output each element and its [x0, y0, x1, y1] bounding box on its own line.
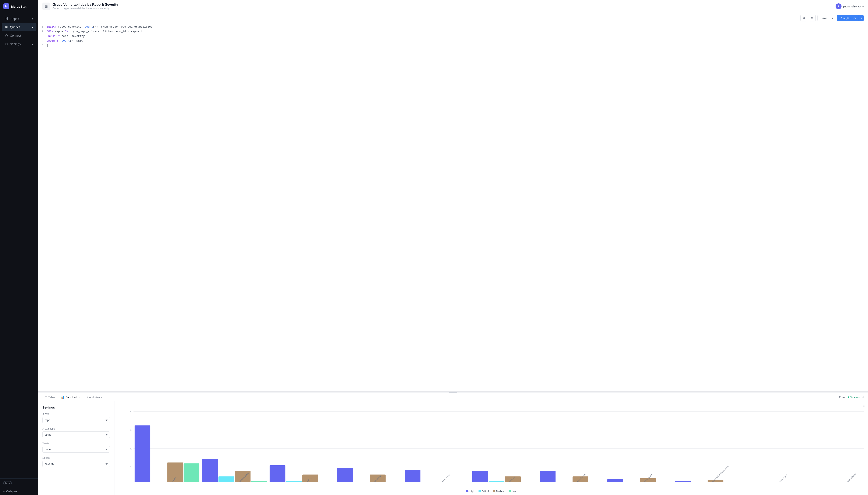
line-number-5: 5: [38, 44, 47, 47]
history-button[interactable]: ↺: [809, 15, 816, 21]
settings-panel: Settings X-axis repo X-axis type string …: [38, 402, 115, 495]
svg-rect-28: [405, 470, 421, 482]
logo-icon: M: [3, 3, 9, 9]
svg-rect-37: [540, 471, 556, 482]
bar-chart-tab-close[interactable]: ✕: [78, 395, 81, 399]
x-axis-select[interactable]: repo: [42, 417, 110, 423]
connect-icon: ⬡: [5, 34, 8, 37]
svg-text:mergestat/innovation-visualisa: mergestat/innovation-visualisations: [707, 465, 729, 482]
save-main-button[interactable]: Save: [818, 15, 830, 21]
sidebar-item-queries[interactable]: ⊞ Queries ▾: [2, 23, 36, 31]
run-main-button[interactable]: Run (⌘ + ↵): [837, 15, 859, 21]
svg-rect-17: [251, 481, 267, 482]
x-axis-type-select[interactable]: string: [42, 431, 110, 438]
svg-rect-19: [270, 465, 285, 482]
y-axis-setting: Y-axis count: [42, 442, 110, 453]
sidebar-item-connect[interactable]: ⬡ Connect: [2, 32, 36, 40]
series-select[interactable]: severity: [42, 461, 110, 467]
svg-rect-24: [337, 468, 353, 482]
legend-low-label: Low: [512, 490, 516, 493]
svg-rect-15: [219, 476, 234, 482]
main-content: ⊞ Grype Vulnerabilities by Repo & Severi…: [38, 0, 868, 495]
editor-line-2: 2 JOIN repos ON grype_repo_vulnerabiliti…: [38, 30, 868, 34]
legend-medium-dot: [493, 490, 495, 492]
line-content-5: |: [47, 44, 48, 47]
success-badge: Success: [848, 396, 860, 399]
topbar-right: P patrickdevivo ▾: [836, 3, 864, 9]
legend-high-dot: [466, 490, 468, 492]
collapse-left-icon: «: [3, 490, 5, 493]
tab-bar-chart[interactable]: 📊 Bar chart ✕: [58, 393, 84, 402]
svg-text:60: 60: [130, 429, 132, 431]
sidebar-connect-label: Connect: [10, 34, 21, 37]
queries-icon: ⊞: [5, 25, 8, 29]
svg-text:20: 20: [130, 466, 132, 468]
add-view-chevron: ▾: [101, 396, 103, 399]
editor-line-4: 4 ORDER BY count(*) DESC: [38, 39, 868, 44]
x-axis-type-label: X-axis type: [42, 427, 110, 430]
x-axis-type-setting: X-axis type string: [42, 427, 110, 438]
line-content-1: SELECT repo, severity, count(*) FROM gry…: [47, 25, 152, 29]
app-logo[interactable]: M MergeStat: [0, 0, 38, 13]
sidebar: M MergeStat 🗄 Repos ▾ ⊞ Queries ▾ ⬡ Conn…: [0, 0, 38, 495]
action-bar: ⚙ ↺ Save ▾ Run (⌘ + ↵) ▾: [38, 13, 868, 23]
save-button-group: Save ▾: [817, 15, 835, 21]
resize-indicator: [449, 392, 457, 393]
execution-time: 11ms: [839, 396, 845, 399]
username: patrickdevivo: [843, 5, 861, 8]
editor-line-1: 1 SELECT repo, severity, count(*) FROM g…: [38, 25, 868, 30]
user-chevron-icon: ▾: [862, 5, 864, 8]
collapse-button[interactable]: « Collapse: [0, 488, 38, 495]
user-info[interactable]: P patrickdevivo ▾: [836, 3, 864, 9]
line-number-2: 2: [38, 30, 47, 33]
repos-chevron-icon: ▾: [32, 18, 33, 20]
svg-text:mergestat/landing-ui: mergestat/landing-ui: [774, 474, 788, 482]
run-button-group: Run (⌘ + ↵) ▾: [837, 15, 864, 21]
svg-rect-12: [184, 463, 200, 482]
line-number-4: 4: [38, 39, 47, 42]
sidebar-queries-label: Queries: [10, 25, 20, 29]
svg-rect-20: [286, 481, 302, 482]
line-number-3: 3: [38, 35, 47, 38]
tab-table[interactable]: ☰ Table: [41, 393, 58, 402]
sidebar-repos-label: Repos: [11, 17, 19, 20]
svg-rect-45: [708, 480, 723, 482]
app-name: MergeStat: [11, 5, 27, 8]
collapse-label: Collapse: [6, 490, 17, 493]
save-dropdown-button[interactable]: ▾: [830, 15, 835, 21]
svg-rect-14: [202, 459, 218, 482]
success-label: Success: [850, 396, 860, 399]
series-setting: Series severity: [42, 457, 110, 467]
table-icon: ☰: [45, 396, 47, 399]
sidebar-item-settings[interactable]: ⚙ Settings ▾: [2, 40, 36, 48]
legend-item-high: High: [466, 490, 474, 493]
tabs-bar: ☰ Table 📊 Bar chart ✕ + Add view ▾ 11ms …: [38, 393, 868, 402]
bar-chart-area: ≡ 020406080mergestat/ui-kitmergestat/blo…: [115, 402, 868, 495]
topbar: ⊞ Grype Vulnerabilities by Repo & Severi…: [38, 0, 868, 13]
bottom-panel: ☰ Table 📊 Bar chart ✕ + Add view ▾ 11ms …: [38, 393, 868, 495]
line-content-4: ORDER BY count(*) DESC: [47, 39, 83, 42]
add-view-button[interactable]: + Add view ▾: [84, 393, 105, 401]
editor-line-5: 5 |: [38, 44, 868, 48]
code-editor[interactable]: 1 SELECT repo, severity, count(*) FROM g…: [38, 23, 868, 392]
expand-icon[interactable]: ⤢: [862, 396, 865, 399]
svg-text:mergestat/go-bitbucket: mergestat/go-bitbucket: [841, 472, 857, 482]
sidebar-item-repos[interactable]: 🗄 Repos ▾: [2, 15, 36, 23]
run-dropdown-button[interactable]: ▾: [859, 15, 864, 21]
bar-chart-tab-icon: 📊: [61, 396, 64, 399]
line-content-3: GROUP BY repo, severity: [47, 35, 85, 38]
beta-section[interactable]: beta: [0, 478, 38, 488]
sidebar-nav: 🗄 Repos ▾ ⊞ Queries ▾ ⬡ Connect ⚙ Settin…: [0, 13, 38, 478]
bar-chart-svg: 020406080mergestat/ui-kitmergestat/block…: [125, 405, 864, 482]
line-number-1: 1: [38, 25, 47, 29]
x-axis-label: X-axis: [42, 413, 110, 415]
settings-gear-button[interactable]: ⚙: [800, 15, 807, 21]
x-axis-setting: X-axis repo: [42, 413, 110, 423]
beta-badge: beta: [3, 481, 12, 485]
y-axis-select[interactable]: count: [42, 446, 110, 453]
svg-rect-10: [135, 426, 150, 482]
resize-handle[interactable]: [38, 392, 868, 393]
chart-menu-icon[interactable]: ≡: [863, 404, 865, 408]
query-icon: ⊞: [42, 2, 50, 10]
add-view-label: + Add view: [87, 396, 100, 399]
